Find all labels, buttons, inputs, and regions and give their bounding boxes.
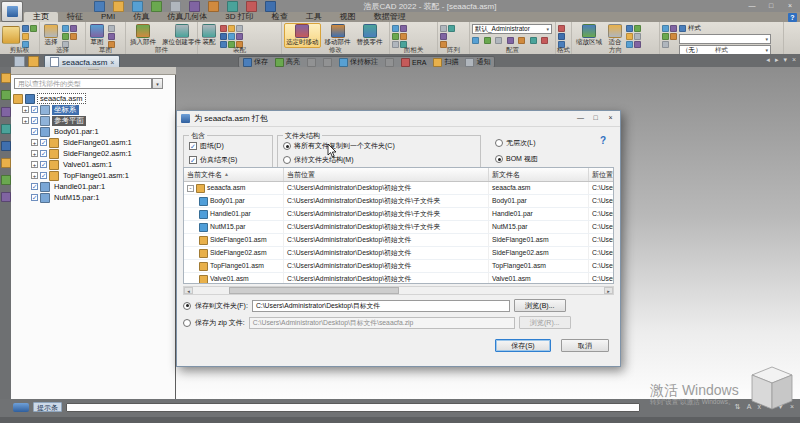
tree-item[interactable]: +✓SideFlange01.asm:1 (12, 137, 174, 148)
ribbon-small-icon[interactable] (108, 33, 115, 40)
view-cube[interactable] (746, 365, 798, 415)
save-zip-radio[interactable] (183, 319, 191, 327)
table-row[interactable]: Handle01.parC:\Users\Administrator\Deskt… (184, 208, 613, 221)
tree-checkbox[interactable]: ✓ (40, 139, 47, 146)
ribbon-small-icon[interactable] (440, 25, 447, 32)
scroll-tabs-left-icon[interactable]: ◂ (766, 56, 770, 64)
tree-checkbox[interactable]: ✓ (31, 128, 38, 135)
expander-icon[interactable]: + (22, 117, 29, 124)
table-header[interactable]: 当前文件名▲当前位置新文件名新位置 (184, 168, 613, 182)
panel-grip[interactable]: ┄┄┄ (11, 67, 176, 75)
tab-list-icon[interactable]: ▾ (783, 56, 787, 64)
ribbon-tab[interactable]: 仿真几何体 (158, 12, 216, 22)
ribbon-small-icon[interactable] (662, 25, 669, 32)
command-toolbar-item[interactable]: 通知 (465, 57, 490, 67)
ribbon-button[interactable]: 选定时移动 (284, 23, 321, 48)
ribbon-tab[interactable]: 工具 (297, 12, 331, 22)
expander-icon[interactable]: + (31, 139, 38, 146)
ribbon-button[interactable]: 装配 (200, 23, 218, 48)
print-preview-icon[interactable] (189, 1, 200, 12)
ribbon-small-icon[interactable] (70, 25, 77, 32)
ribbon-small-icon[interactable] (472, 37, 479, 44)
save-button[interactable]: 保存(S) (495, 339, 551, 352)
ribbon-small-icon[interactable] (228, 33, 235, 40)
pathfinder-icon[interactable] (1, 107, 11, 117)
ribbon-small-icon[interactable] (236, 33, 243, 40)
panel-library-icon[interactable] (28, 56, 39, 67)
layers-icon[interactable] (1, 124, 11, 134)
close-document-icon[interactable]: × (792, 56, 796, 64)
table-row[interactable]: NutM15.parC:\Users\Administrator\Desktop… (184, 221, 613, 234)
ribbon-button[interactable]: 插入部件 (128, 23, 158, 48)
ribbon-small-icon[interactable] (400, 25, 407, 32)
command-toolbar-item[interactable]: 扫描 (433, 57, 458, 67)
ribbon-small-icon[interactable] (392, 25, 399, 32)
save-icon[interactable] (132, 1, 143, 12)
column-header[interactable]: 当前文件名▲ (184, 168, 284, 181)
ribbon-button[interactable]: 替换零件 (355, 23, 385, 48)
ribbon-tab[interactable]: 检查 (263, 12, 297, 22)
tree-item[interactable]: +✓TopFlange01.asm:1 (12, 170, 174, 181)
checkbox[interactable]: ✓ (189, 142, 197, 150)
close-tab-icon[interactable]: × (110, 59, 114, 66)
command-toolbar-item[interactable]: ERA (401, 58, 426, 67)
expander-icon[interactable]: - (187, 185, 194, 192)
command-toolbar-item[interactable]: 保存 (243, 57, 268, 67)
ribbon-button[interactable]: 草图 (88, 23, 106, 48)
expander-icon[interactable]: + (31, 172, 38, 179)
tree-checkbox[interactable]: ✓ (40, 150, 47, 157)
ribbon-button[interactable]: 适合 (606, 23, 624, 48)
info-icon[interactable] (1, 192, 11, 202)
config-icon[interactable] (1, 158, 11, 168)
ribbon-small-icon[interactable] (558, 25, 565, 32)
ribbon-small-icon[interactable] (626, 25, 633, 32)
ribbon-small-icon[interactable] (670, 33, 677, 40)
table-row[interactable]: TopFlange01.asmC:\Users\Administrator\De… (184, 260, 613, 273)
ribbon-tab[interactable]: 视图 (331, 12, 365, 22)
ribbon-small-icon[interactable] (30, 25, 37, 32)
ribbon-small-icon[interactable] (484, 37, 491, 44)
dialog-help-icon[interactable]: ? (600, 135, 606, 146)
expander-icon[interactable]: + (31, 150, 38, 157)
ribbon-small-icon[interactable] (22, 33, 29, 40)
column-header[interactable]: 当前位置 (284, 168, 489, 181)
help-icon[interactable]: ? (788, 13, 797, 22)
ribbon-small-icon[interactable] (670, 25, 677, 32)
ribbon-small-icon[interactable] (518, 37, 525, 44)
tree-checkbox[interactable]: ✓ (31, 117, 38, 124)
ribbon-small-icon[interactable] (62, 25, 69, 32)
sensors-icon[interactable] (1, 141, 11, 151)
config-dropdown[interactable]: 默认_Administrator▾ (472, 24, 552, 34)
paste-icon[interactable] (2, 26, 20, 44)
table-row[interactable]: -seaacfa.asmC:\Users\Administrator\Deskt… (184, 182, 613, 195)
ribbon-button[interactable]: 移动部件 (323, 23, 353, 48)
open-icon[interactable] (113, 1, 124, 12)
minimize-icon[interactable]: — (746, 1, 758, 10)
radio-button[interactable] (283, 142, 291, 150)
radio-button[interactable] (495, 139, 503, 147)
ribbon-small-icon[interactable] (634, 33, 641, 40)
scroll-left-icon[interactable]: ◂ (184, 287, 193, 294)
tree-checkbox[interactable]: ✓ (31, 183, 38, 190)
ribbon-tab[interactable]: 数据管理 (365, 12, 415, 22)
table-row[interactable]: SideFlange01.asmC:\Users\Administrator\D… (184, 234, 613, 247)
ribbon-small-icon[interactable] (108, 25, 115, 32)
tree-item[interactable]: ✓Body01.par:1 (12, 126, 174, 137)
tree-item[interactable]: +✓坐标系 (12, 104, 174, 115)
command-toolbar-item[interactable]: 保持标注 (339, 57, 378, 67)
ribbon-small-icon[interactable] (558, 33, 565, 40)
ribbon-small-icon[interactable] (662, 33, 669, 40)
tree-checkbox[interactable]: ✓ (31, 194, 38, 201)
column-header[interactable]: 新文件名 (489, 168, 589, 181)
tree-item[interactable]: +✓参考平面 (12, 115, 174, 126)
ribbon-small-icon[interactable] (220, 25, 227, 32)
tree-item[interactable]: ✓Handle01.par:1 (12, 181, 174, 192)
ribbon-tab[interactable]: 3D 打印 (216, 12, 262, 22)
tree-item[interactable]: +✓SideFlange02.asm:1 (12, 148, 174, 159)
tree-checkbox[interactable]: ✓ (40, 161, 47, 168)
dialog-minimize-icon[interactable]: — (573, 112, 588, 123)
ribbon-small-icon[interactable] (634, 25, 641, 32)
radio-button[interactable] (495, 155, 503, 163)
library-icon[interactable] (1, 90, 11, 100)
ribbon-small-icon[interactable] (507, 37, 514, 44)
